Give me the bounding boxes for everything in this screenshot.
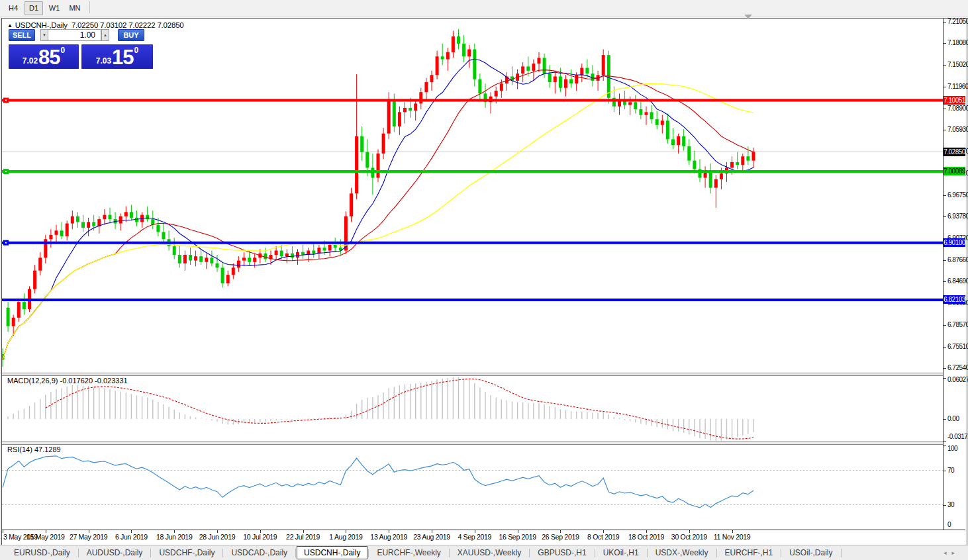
chart-title: ▲USDCNH-,Daily 7.02250 7.03102 7.02222 7… [7, 21, 184, 29]
axis-tick-mark [944, 471, 946, 471]
candle-body [382, 134, 385, 154]
candle-body [543, 58, 546, 73]
candle-body [360, 136, 363, 152]
date-label: 1 Aug 2019 [329, 533, 362, 541]
tab-separator [222, 549, 223, 557]
candle-body [585, 68, 589, 74]
axis-tick-mark [944, 347, 946, 348]
candle-body [730, 162, 734, 168]
tab-separator [781, 549, 781, 557]
chart-tab-xauusd-weekly[interactable]: XAUUSD-,Weekly [450, 547, 528, 559]
candle-body [173, 246, 176, 255]
date-label: 30 Oct 2019 [671, 533, 707, 541]
toolbar-separator [89, 1, 90, 13]
candle-body [500, 83, 503, 91]
candle-body [92, 222, 95, 226]
chart-tab-usdcnh-daily[interactable]: USDCNH-,Daily [297, 546, 367, 559]
volume-increase-button[interactable]: ▲ [101, 29, 109, 41]
candle-body [109, 215, 112, 219]
candle-body [49, 235, 52, 239]
candle-body [436, 56, 439, 75]
candle-body [119, 216, 122, 224]
candle-body [12, 318, 15, 326]
candle-body [124, 212, 128, 216]
axis-price-label: 6.93780 [947, 212, 968, 220]
candle-body [23, 302, 26, 309]
candle-body [178, 255, 181, 263]
candle-body [741, 156, 744, 165]
candle-body [205, 257, 208, 261]
candle-body [457, 36, 460, 44]
price-level-badge: 7.00089 [944, 167, 965, 175]
candle-body [602, 55, 605, 75]
axis-tick-mark [944, 378, 946, 379]
tab-separator [295, 549, 296, 557]
axis-price-label: 7.15020 [947, 61, 968, 68]
candle-body [521, 66, 524, 73]
timeframe-button-h4[interactable]: H4 [4, 1, 23, 15]
buy-price-point: 0 [134, 46, 139, 55]
chart-tab-usdchf-daily[interactable]: USDCHF-,Daily [152, 547, 222, 559]
candle-body [419, 92, 422, 103]
candle-body [301, 252, 305, 255]
chart-tab-bar: EURUSD-,DailyAUDUSD-,DailyUSDCHF-,DailyU… [0, 545, 968, 560]
candle-body [328, 245, 332, 251]
timeframe-buttons: H4D1W1MN [4, 1, 93, 15]
timeframe-button-w1[interactable]: W1 [45, 1, 64, 15]
sell-price-display[interactable]: 7.02 85 0 [9, 44, 79, 69]
candle-body [682, 136, 685, 146]
chart-tab-eurchf-h1[interactable]: EURCHF-,H1 [718, 547, 781, 559]
candle-body [575, 75, 578, 83]
price-level-badge: 6.90100 [944, 238, 965, 247]
candle-body [409, 108, 412, 111]
candle-body [752, 152, 755, 160]
candle-body [66, 224, 69, 236]
buy-price-display[interactable]: 7.03 15 0 [81, 44, 153, 69]
candle-body [387, 99, 391, 134]
axis-tick-mark [944, 65, 946, 66]
tab-scroll-left-icon[interactable]: ◂ [944, 549, 952, 556]
chart-tab-eurchf-weekly[interactable]: EURCHF-,Weekly [369, 547, 448, 559]
axis-tick-mark [944, 325, 946, 326]
axis-tick-mark [944, 109, 946, 109]
candle-body [146, 215, 149, 219]
chart-tab-usdcad-daily[interactable]: USDCAD-,Daily [224, 547, 295, 559]
candle-body [569, 79, 573, 83]
axis-price-label: 0.00 [947, 415, 959, 422]
chart-tab-usoil-daily[interactable]: USOil-,Daily [782, 547, 840, 559]
macd-indicator-pane[interactable] [2, 375, 943, 442]
tab-separator [150, 549, 151, 557]
tab-separator [595, 549, 595, 557]
candle-body [526, 66, 530, 70]
buy-button[interactable]: BUY [118, 29, 144, 41]
rsi-indicator-pane[interactable] [2, 444, 943, 530]
timeframe-button-mn[interactable]: MN [66, 1, 84, 15]
tab-separator [449, 549, 450, 557]
tab-scroll-right-icon[interactable]: ▸ [951, 549, 960, 556]
axis-price-label: 6.72540 [947, 364, 968, 371]
mt4-terminal: H4D1W1MN ▲USDCNH-,Daily 7.02250 7.03102 … [0, 0, 968, 560]
timeframe-button-d1[interactable]: D1 [24, 1, 43, 15]
candle-body [554, 76, 557, 82]
collapse-panel-icon[interactable]: ▲ [7, 23, 13, 28]
date-label: 6 Jun 2019 [115, 533, 148, 541]
candle-body [280, 251, 283, 257]
chart-tab-usdx-weekly[interactable]: USDX-,Weekly [648, 547, 716, 559]
candle-body [194, 256, 197, 260]
sell-price-pips: 85 [38, 47, 60, 68]
chart-tab-audusd-daily[interactable]: AUDUSD-,Daily [79, 547, 150, 559]
candle-body [60, 230, 64, 236]
volume-input[interactable] [48, 29, 101, 41]
candle-body [693, 161, 696, 169]
chart-tab-ukoil-h1[interactable]: UKOil-,H1 [596, 547, 646, 559]
chart-tab-eurusd-daily[interactable]: EURUSD-,Daily [7, 547, 77, 559]
price-axis: 7.210507.180807.150207.119607.089007.059… [943, 19, 965, 530]
candle-body [736, 162, 739, 165]
price-chart-pane[interactable] [2, 19, 943, 373]
sell-button[interactable]: SELL [9, 29, 35, 41]
chart-tabs: EURUSD-,DailyAUDUSD-,DailyUSDCHF-,DailyU… [7, 546, 842, 559]
chart-tab-gbpusd-h1[interactable]: GBPUSD-,H1 [530, 547, 593, 559]
date-label: 11 Nov 2019 [714, 533, 750, 541]
date-axis: 3 May 201915 May 201927 May 20196 Jun 20… [2, 530, 965, 543]
candle-body [564, 79, 567, 88]
